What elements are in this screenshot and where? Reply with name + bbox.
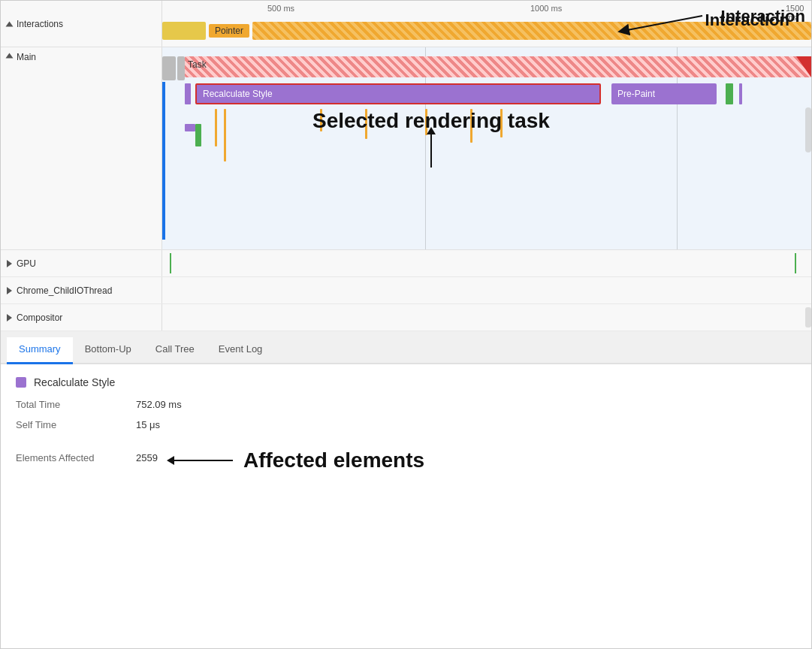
purple-color-swatch xyxy=(16,377,26,388)
green-line-gpu-2 xyxy=(795,253,796,273)
tab-event-log[interactable]: Event Log xyxy=(207,337,275,364)
task-hatched: Task xyxy=(185,56,811,77)
blue-left-bar xyxy=(162,82,165,240)
prepaint-label: Pre-Paint xyxy=(617,89,655,99)
main-label-text: Main xyxy=(17,52,36,62)
small-bars-area xyxy=(185,109,811,199)
orange-stick-1 xyxy=(215,109,217,146)
compositor-scrollbar[interactable] xyxy=(805,307,811,328)
main-section: Main Task Recalculate Style Pre-Paint xyxy=(1,47,811,250)
scrollbar-thumb[interactable] xyxy=(805,107,811,152)
affected-arrow-line xyxy=(173,460,233,461)
pointer-yellow-bar xyxy=(162,22,206,40)
interactions-label-text: Interactions xyxy=(17,19,63,29)
task-red-corner xyxy=(796,56,811,77)
purple-end xyxy=(739,83,742,104)
green-line-gpu-1 xyxy=(170,253,171,273)
interaction-annotation: Interaction xyxy=(721,7,805,26)
compositor-expand-icon[interactable] xyxy=(7,314,12,321)
tab-summary[interactable]: Summary xyxy=(7,337,73,364)
self-time-value: 15 μs xyxy=(136,419,160,430)
recalc-label: Recalculate Style xyxy=(203,89,273,99)
compositor-timeline xyxy=(162,304,811,331)
affected-elements-text: Affected elements xyxy=(243,448,424,472)
green-bar-small xyxy=(726,83,733,104)
gpu-row: GPU xyxy=(1,250,811,277)
compositor-row: Compositor xyxy=(1,304,811,331)
compositor-label: Compositor xyxy=(1,304,162,331)
main-collapse-icon[interactable] xyxy=(6,53,14,59)
compositor-label-text: Compositor xyxy=(17,312,62,323)
recalc-row: Recalculate Style Pre-Paint xyxy=(185,82,811,106)
affected-annotation: Affected elements xyxy=(173,448,424,472)
tab-bottom-up[interactable]: Bottom-Up xyxy=(73,337,143,364)
time-marker-500: 500 ms xyxy=(267,4,294,13)
main-label: Main xyxy=(1,47,162,249)
tabs-bar: Summary Bottom-Up Call Tree Event Log xyxy=(1,331,811,364)
purple-sm-1 xyxy=(185,124,195,131)
task-bar: Task xyxy=(185,56,811,79)
gray-bar-left2 xyxy=(177,56,185,80)
summary-title: Recalculate Style xyxy=(34,376,115,388)
time-marker-1000: 1000 ms xyxy=(530,4,562,13)
self-time-row: Self Time 15 μs xyxy=(16,419,796,430)
task-label: Task xyxy=(188,59,207,70)
purple-mini xyxy=(185,83,191,104)
self-time-label: Self Time xyxy=(16,419,136,430)
orange-stick-7 xyxy=(500,109,503,137)
summary-panel: Recalculate Style Total Time 752.09 ms S… xyxy=(1,364,811,494)
total-time-label: Total Time xyxy=(16,399,136,410)
gpu-timeline xyxy=(162,250,811,276)
chrome-childio-row: Chrome_ChildIOThread xyxy=(1,277,811,304)
tab-call-tree[interactable]: Call Tree xyxy=(143,337,207,364)
main-timeline: Task Recalculate Style Pre-Paint xyxy=(162,47,811,249)
prepaint-bar: Pre-Paint xyxy=(611,83,717,104)
interactions-row: Interactions 500 ms 1000 ms 1500 ms Poin… xyxy=(1,1,811,47)
collapse-triangle-icon[interactable] xyxy=(6,21,14,26)
gpu-label: GPU xyxy=(1,250,162,276)
pointer-bar-row: Pointer xyxy=(162,20,811,41)
green-sm-1 xyxy=(195,124,201,146)
pointer-label: Pointer xyxy=(209,24,249,38)
summary-title-row: Recalculate Style xyxy=(16,376,796,388)
interactions-label: Interactions xyxy=(1,1,162,47)
orange-stick-3 xyxy=(320,109,322,131)
gray-bar-left xyxy=(162,56,176,80)
elements-value: 2559 xyxy=(136,452,158,463)
gpu-expand-icon[interactable] xyxy=(7,260,12,267)
elements-label: Elements Affected xyxy=(16,452,136,463)
orange-stick-6 xyxy=(470,109,472,143)
orange-stick-5 xyxy=(425,109,427,135)
chrome-childio-label: Chrome_ChildIOThread xyxy=(1,277,162,303)
orange-stick-4 xyxy=(365,109,367,139)
childio-label-text: Chrome_ChildIOThread xyxy=(17,285,112,296)
interactions-timeline: 500 ms 1000 ms 1500 ms Pointer Interacti… xyxy=(162,1,811,47)
gpu-label-text: GPU xyxy=(17,258,36,269)
elements-affected-row: Elements Affected 2559 Affected elements xyxy=(16,439,796,472)
childio-expand-icon[interactable] xyxy=(7,287,12,294)
childio-timeline xyxy=(162,277,811,303)
total-time-row: Total Time 752.09 ms xyxy=(16,399,796,410)
total-time-value: 752.09 ms xyxy=(136,399,182,410)
recalculate-style-bar[interactable]: Recalculate Style xyxy=(195,83,601,104)
orange-stick-2 xyxy=(224,109,226,161)
